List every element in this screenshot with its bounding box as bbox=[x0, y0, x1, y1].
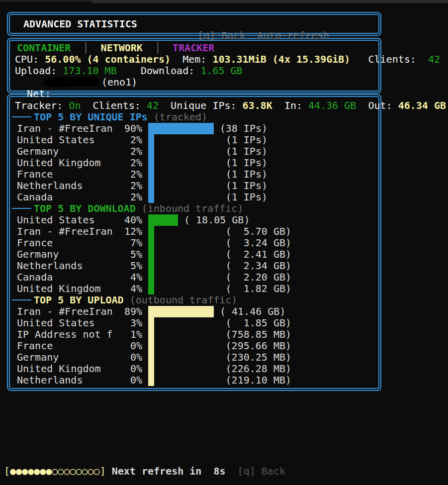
spacer bbox=[245, 29, 257, 41]
row-value: (1 IPs) bbox=[17, 134, 268, 146]
cpu-mem-clients-line: CPU: 56.00% (4 containers) Mem: 103.31Mi… bbox=[15, 54, 440, 65]
text-run: 173.10 MB bbox=[63, 65, 116, 77]
text-run: 44.36 GB bbox=[308, 99, 356, 111]
row-value: ( 2.34 GB) bbox=[17, 260, 291, 272]
row-value: (758.85 MB) bbox=[17, 329, 291, 340]
row-value: ( 1.82 GB) bbox=[17, 283, 291, 294]
row-value: ( 3.24 GB) bbox=[17, 237, 291, 249]
table-row: United Kingdom0%(226.28 MB) bbox=[0, 363, 448, 375]
table-row: United States40%( 18.05 GB) bbox=[0, 214, 448, 226]
table-row: Germany0%(230.25 MB) bbox=[0, 352, 448, 363]
text-run: Download: bbox=[141, 65, 200, 77]
table-row: Netherlands5%( 2.34 GB) bbox=[0, 260, 448, 272]
row-value: (1 IPs) bbox=[17, 180, 268, 192]
text-run: Clients: bbox=[81, 99, 146, 111]
net-address-redaction bbox=[43, 77, 99, 87]
window-top-strip-tab bbox=[91, 0, 448, 3]
table-row: Germany5%( 2.41 GB) bbox=[0, 249, 448, 260]
text-run: 103.31MiB (4x 15.39GiB) bbox=[212, 53, 350, 65]
row-value: (1 IPs) bbox=[17, 146, 268, 157]
text-run: 63.8K bbox=[243, 99, 272, 111]
terminal-screen: { "colors": { "background": "#0c0c0c", "… bbox=[0, 0, 448, 485]
table-row: France0%(295.66 MB) bbox=[0, 340, 448, 352]
section-branch-line bbox=[12, 299, 31, 300]
table-row: United Kingdom4%( 1.82 GB) bbox=[0, 283, 448, 294]
status-bar: [●●●●●●●○○○○○○○○] Next refresh in 8s [q]… bbox=[4, 466, 285, 477]
tab-tracker[interactable]: TRACKER bbox=[173, 42, 214, 54]
section-branch-line bbox=[12, 116, 31, 117]
row-value: (1 IPs) bbox=[17, 169, 268, 180]
row-value: (1 IPs) bbox=[17, 157, 268, 169]
refresh-progress-dots: [●●●●●●●○○○○○○○○] bbox=[4, 465, 106, 477]
text-run: 56.00% (4 containers) bbox=[45, 53, 171, 65]
row-value: (226.28 MB) bbox=[17, 363, 291, 375]
text-run: 46.34 GB bbox=[398, 99, 446, 111]
back-button[interactable]: [q] Back bbox=[197, 29, 245, 41]
row-value: ( 18.05 GB) bbox=[184, 214, 250, 226]
upload-download-line: Upload: 173.10 MB Download: 1.65 GB bbox=[15, 65, 243, 77]
row-value: (1 IPs) bbox=[17, 192, 268, 203]
section-subtitle: (inbound traffic) bbox=[136, 202, 244, 214]
table-row: United States3%( 1.85 GB) bbox=[0, 317, 448, 329]
table-row: France7%( 3.24 GB) bbox=[0, 237, 448, 249]
table-row: Iran - #FreeIran89%( 41.46 GB) bbox=[0, 306, 448, 317]
section-header: TOP 5 BY UNIQUE IPs (tracked) bbox=[34, 111, 207, 123]
table-row: IP Address not f1%(758.85 MB) bbox=[0, 329, 448, 340]
row-bar bbox=[148, 306, 214, 317]
text-run: 1.65 GB bbox=[200, 65, 242, 77]
text-run: Upload: bbox=[15, 65, 63, 77]
row-value: ( 1.85 GB) bbox=[17, 317, 291, 329]
table-row: Germany2%(1 IPs) bbox=[0, 146, 448, 157]
section-header: TOP 5 BY DOWNLOAD (inbound traffic) bbox=[34, 203, 243, 214]
net-label: Net: bbox=[27, 88, 51, 99]
section-title: TOP 5 BY UPLOAD bbox=[34, 294, 124, 306]
table-row: Iran - #FreeIran90%(38 IPs) bbox=[0, 123, 448, 134]
table-row: United States2%(1 IPs) bbox=[0, 134, 448, 146]
table-row: Iran - #FreeIran12%( 5.70 GB) bbox=[0, 226, 448, 237]
table-row: Canada4%( 2.20 GB) bbox=[0, 272, 448, 283]
text-run bbox=[117, 65, 141, 77]
text-run: Mem: bbox=[182, 53, 212, 65]
table-row: Netherlands0%(219.10 MB) bbox=[0, 375, 448, 386]
page-title: ADVANCED STATISTICS bbox=[23, 18, 137, 30]
text-run: 42 bbox=[428, 53, 440, 65]
row-value: ( 5.70 GB) bbox=[17, 226, 291, 237]
row-value: (219.10 MB) bbox=[17, 375, 291, 386]
text-run: 42 bbox=[147, 99, 159, 111]
back-hint[interactable]: [q] Back bbox=[226, 465, 285, 477]
text-run: CPU: bbox=[15, 53, 45, 65]
row-value: (230.25 MB) bbox=[17, 352, 291, 363]
section-subtitle: (outbound traffic) bbox=[124, 294, 238, 306]
text-run: Unique IPs: bbox=[159, 99, 243, 111]
tab-bar: CONTAINER │ NETWORK │ TRACKER bbox=[17, 42, 214, 54]
auto-refresh-toggle[interactable]: Auto-refresh bbox=[258, 29, 330, 41]
section-title: TOP 5 BY UNIQUE IPs bbox=[34, 111, 148, 123]
row-value: ( 41.46 GB) bbox=[220, 306, 285, 317]
text-run bbox=[350, 53, 368, 65]
section-subtitle: (tracked) bbox=[148, 111, 207, 123]
text-run: In: bbox=[272, 99, 308, 111]
section-title: TOP 5 BY DOWNLOAD bbox=[34, 202, 136, 214]
section-branch-line bbox=[12, 208, 31, 209]
row-value: ( 2.20 GB) bbox=[17, 272, 291, 283]
row-value: (38 IPs) bbox=[17, 123, 268, 134]
section-header: TOP 5 BY UPLOAD (outbound traffic) bbox=[34, 294, 237, 306]
text-run: Clients: bbox=[368, 53, 428, 65]
tab-network[interactable]: NETWORK bbox=[101, 42, 143, 54]
row-percent: 40% bbox=[17, 214, 142, 226]
table-row: France2%(1 IPs) bbox=[0, 169, 448, 180]
tracker-summary-line: Tracker: On Clients: 42 Unique IPs: 63.8… bbox=[15, 100, 446, 111]
row-bar bbox=[148, 214, 178, 226]
table-row: Canada2%(1 IPs) bbox=[0, 192, 448, 203]
text-run: Out: bbox=[356, 99, 398, 111]
table-row: Netherlands2%(1 IPs) bbox=[0, 180, 448, 192]
table-row: United Kingdom2%(1 IPs) bbox=[0, 157, 448, 169]
net-interface: (eno1) bbox=[101, 77, 137, 88]
refresh-countdown: Next refresh in 8s bbox=[106, 465, 226, 477]
window-top-strip-left bbox=[0, 0, 91, 2]
row-value: ( 2.41 GB) bbox=[17, 249, 291, 260]
row-value: (295.66 MB) bbox=[17, 340, 291, 352]
tab-container[interactable]: CONTAINER bbox=[17, 42, 71, 54]
tab-separator: │ bbox=[71, 42, 100, 54]
tab-separator: │ bbox=[143, 42, 173, 54]
